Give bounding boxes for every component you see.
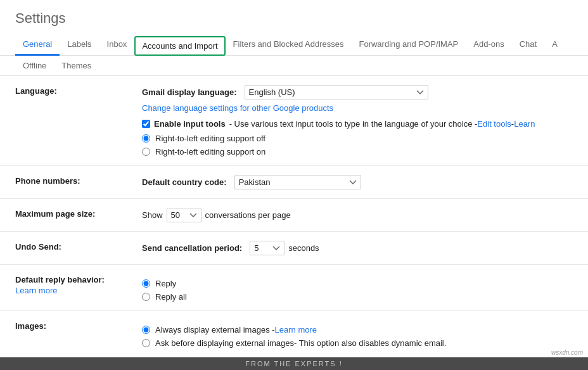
default-reply-learn-more[interactable]: Learn more — [15, 286, 142, 295]
reply-label: Reply — [155, 279, 176, 288]
rtl-on-radio[interactable] — [142, 148, 150, 156]
reply-radio-group: Reply Reply all — [142, 279, 573, 302]
sub-tab-themes[interactable]: Themes — [54, 56, 99, 75]
always-display-label: Always display external images — [155, 325, 270, 335]
page-wrapper: Settings General Labels Inbox Accounts a… — [0, 0, 588, 357]
tab-forwarding[interactable]: Forwarding and POP/IMAP — [351, 34, 466, 56]
edit-tools-link[interactable]: Edit tools — [477, 119, 511, 129]
gmail-display-label: Gmail display language: — [142, 87, 237, 97]
cancellation-period-select[interactable]: 5 10 20 30 — [250, 241, 284, 255]
rtl-on-item: Right-to-left editing support on — [142, 147, 573, 156]
sub-tabs-row: Offline Themes — [0, 56, 588, 76]
ask-before-item: Ask before displaying external images - … — [142, 338, 573, 348]
page-size-select[interactable]: 25 50 100 — [167, 208, 201, 222]
language-select[interactable]: English (US) English (UK) Spanish French — [245, 85, 428, 99]
enable-input-tools-desc: - Use various text input tools to type i… — [229, 119, 478, 129]
tab-inbox[interactable]: Inbox — [99, 34, 135, 56]
undo-send-label: Undo Send: — [15, 241, 142, 252]
settings-header: Settings General Labels Inbox Accounts a… — [0, 0, 588, 56]
page-size-label: Maximum page size: — [15, 208, 142, 219]
language-section: Language: Gmail display language: Englis… — [0, 76, 588, 166]
tab-more[interactable]: A — [544, 34, 565, 56]
default-reply-content: Reply Reply all — [142, 274, 573, 302]
change-language-link[interactable]: Change language settings for other Googl… — [142, 103, 573, 113]
page-size-section: Maximum page size: Show 25 50 100 conver… — [0, 199, 588, 232]
phone-inline-row: Default country code: Pakistan United St… — [142, 175, 573, 189]
reply-all-item: Reply all — [142, 292, 573, 302]
per-page-label: conversations per page — [205, 210, 291, 220]
tab-addons[interactable]: Add-ons — [466, 34, 511, 56]
default-reply-label: Default reply behavior: Learn more — [15, 274, 142, 295]
images-content: Always display external images - Learn m… — [142, 320, 573, 348]
always-display-item: Always display external images - Learn m… — [142, 325, 573, 335]
settings-body: Language: Gmail display language: Englis… — [0, 76, 588, 357]
rtl-on-label: Right-to-left editing support on — [155, 147, 265, 156]
reply-all-label: Reply all — [155, 292, 187, 302]
default-reply-section: Default reply behavior: Learn more Reply… — [0, 265, 588, 311]
always-display-radio[interactable] — [142, 326, 150, 334]
language-content: Gmail display language: English (US) Eng… — [142, 85, 573, 156]
tab-accounts-import[interactable]: Accounts and Import — [134, 36, 225, 56]
undo-send-section: Undo Send: Send cancellation period: 5 1… — [0, 232, 588, 265]
show-label: Show — [142, 210, 163, 220]
ask-before-radio[interactable] — [142, 339, 150, 347]
images-section: Images: Always display external images -… — [0, 311, 588, 357]
default-country-label: Default country code: — [142, 177, 227, 187]
reply-item: Reply — [142, 279, 573, 288]
period-label: Send cancellation period: — [142, 243, 242, 253]
enable-input-tools-checkbox[interactable] — [142, 120, 150, 128]
rtl-off-radio[interactable] — [142, 134, 150, 143]
phone-section: Phone numbers: Default country code: Pak… — [0, 166, 588, 199]
wsxdn-logo: wsxdn.com — [551, 349, 583, 356]
images-dash: - — [270, 325, 275, 335]
watermark-bar: FROM THE EXPERTS ! — [0, 357, 588, 370]
undo-send-content: Send cancellation period: 5 10 20 30 sec… — [142, 241, 573, 255]
ask-label: Ask before displaying external images — [155, 338, 294, 348]
language-first-line: Gmail display language: English (US) Eng… — [142, 85, 573, 99]
images-learn-more-link[interactable]: Learn more — [275, 325, 317, 335]
reply-all-radio[interactable] — [142, 293, 150, 301]
tab-chat[interactable]: Chat — [512, 34, 544, 56]
sub-tab-offline[interactable]: Offline — [15, 56, 54, 75]
enable-input-tools-label: Enable input tools — [154, 119, 226, 129]
page-title: Settings — [15, 10, 573, 27]
tabs-row: General Labels Inbox Accounts and Import… — [15, 34, 573, 55]
language-label: Language: — [15, 85, 142, 96]
undo-send-inline-row: Send cancellation period: 5 10 20 30 sec… — [142, 241, 573, 255]
rtl-radio-group: Right-to-left editing support off Right-… — [142, 134, 573, 156]
learn-link[interactable]: Learn — [514, 119, 535, 129]
default-reply-text: Default reply behavior: — [15, 275, 105, 284]
phone-label: Phone numbers: — [15, 175, 142, 186]
page-size-inline-row: Show 25 50 100 conversations per page — [142, 208, 573, 222]
ask-desc: - This option also disables dynamic emai… — [294, 338, 446, 348]
images-label: Images: — [15, 320, 142, 331]
phone-content: Default country code: Pakistan United St… — [142, 175, 573, 189]
images-radio-group: Always display external images - Learn m… — [142, 325, 573, 348]
seconds-label: seconds — [288, 243, 319, 253]
rtl-off-item: Right-to-left editing support off — [142, 134, 573, 143]
tab-general[interactable]: General — [15, 34, 60, 56]
enable-input-tools-row: Enable input tools - Use various text in… — [142, 119, 573, 129]
tab-filters[interactable]: Filters and Blocked Addresses — [226, 34, 352, 56]
page-size-content: Show 25 50 100 conversations per page — [142, 208, 573, 222]
reply-radio[interactable] — [142, 279, 150, 288]
country-select[interactable]: Pakistan United States United Kingdom In… — [234, 175, 361, 189]
rtl-off-label: Right-to-left editing support off — [155, 134, 265, 143]
tab-labels[interactable]: Labels — [60, 34, 99, 56]
